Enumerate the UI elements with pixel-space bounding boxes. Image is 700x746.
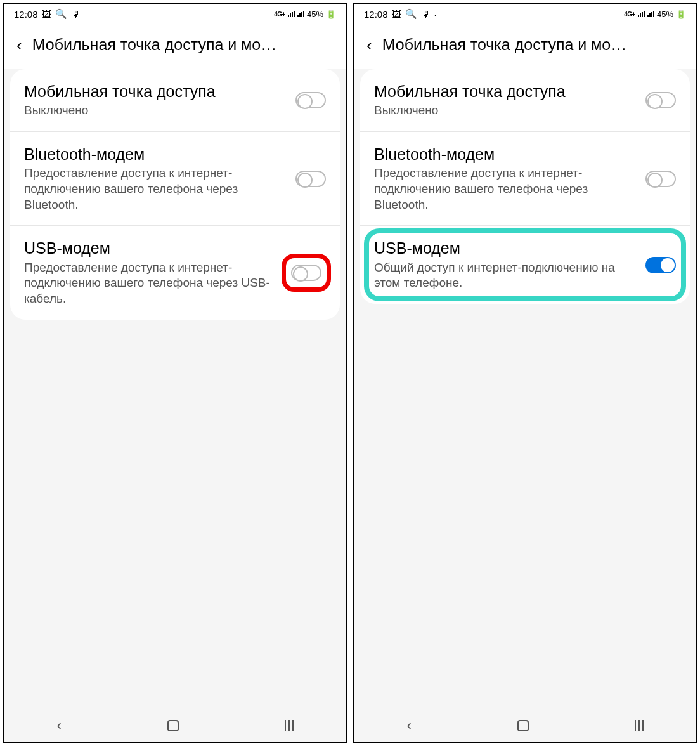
battery-percent: 45% — [307, 10, 323, 19]
status-time: 12:08 — [14, 9, 38, 20]
signal-bars-icon-2 — [297, 11, 304, 17]
hotspot-subtitle: Выключено — [374, 103, 637, 119]
bt-subtitle: Предоставление доступа к интернет-подклю… — [374, 166, 637, 213]
row-bluetooth-tethering[interactable]: Bluetooth-модем Предоставление доступа к… — [10, 132, 340, 226]
status-bar: 12:08 🖼 🔍 🎙 · 4G+ 45% 🔋 — [354, 4, 696, 24]
navigation-bar: ‹ — [354, 709, 696, 742]
nav-recents-icon[interactable] — [635, 720, 644, 731]
dot-icon: · — [434, 9, 437, 20]
red-highlight-annotation — [282, 254, 331, 292]
page-title: Мобильная точка доступа и мо… — [32, 36, 334, 54]
bt-toggle[interactable] — [295, 171, 326, 187]
nav-recents-icon[interactable] — [285, 720, 294, 731]
battery-icon: 🔋 — [676, 10, 686, 19]
search-icon: 🔍 — [55, 8, 67, 20]
hotspot-toggle[interactable] — [295, 92, 326, 108]
battery-percent: 45% — [657, 10, 673, 19]
signal-bars-icon — [638, 11, 645, 17]
hotspot-subtitle: Выключено — [24, 103, 287, 119]
nav-back-icon[interactable]: ‹ — [56, 717, 61, 734]
nav-home-icon[interactable] — [167, 720, 179, 731]
battery-icon: 🔋 — [326, 10, 336, 19]
mic-icon: 🎙 — [71, 9, 81, 20]
page-title: Мобильная точка доступа и мо… — [382, 36, 684, 54]
usb-title: USB-модем — [374, 239, 637, 258]
nav-back-icon[interactable]: ‹ — [406, 717, 411, 734]
hotspot-title: Мобильная точка доступа — [24, 82, 287, 101]
bt-subtitle: Предоставление доступа к интернет-подклю… — [24, 166, 287, 213]
bt-title: Bluetooth-модем — [374, 145, 637, 164]
status-time: 12:08 — [364, 9, 388, 20]
row-mobile-hotspot[interactable]: Мобильная точка доступа Выключено — [10, 69, 340, 132]
settings-list: Мобильная точка доступа Выключено Blueto… — [354, 69, 696, 709]
row-usb-tethering[interactable]: USB-модем Общий доступ к интернет-подклю… — [360, 226, 690, 304]
bt-toggle[interactable] — [645, 171, 676, 187]
page-header: ‹ Мобильная точка доступа и мо… — [4, 24, 346, 69]
mic-icon: 🎙 — [421, 9, 431, 20]
navigation-bar: ‹ — [4, 709, 346, 742]
phone-screenshot-left: 12:08 🖼 🔍 🎙 4G+ 45% 🔋 ‹ Мобильная точка … — [3, 3, 347, 743]
network-type-icon: 4G+ — [274, 11, 285, 18]
usb-title: USB-модем — [24, 239, 278, 258]
back-icon[interactable]: ‹ — [16, 37, 22, 53]
signal-bars-icon-2 — [647, 11, 654, 17]
hotspot-toggle[interactable] — [645, 92, 676, 108]
nav-home-icon[interactable] — [517, 720, 529, 731]
row-usb-tethering[interactable]: USB-модем Предоставление доступа к интер… — [10, 226, 340, 319]
page-header: ‹ Мобильная точка доступа и мо… — [354, 24, 696, 69]
hotspot-title: Мобильная точка доступа — [374, 82, 637, 101]
network-type-icon: 4G+ — [624, 11, 635, 18]
signal-bars-icon — [288, 11, 295, 17]
phone-screenshot-right: 12:08 🖼 🔍 🎙 · 4G+ 45% 🔋 ‹ Мобильная точк… — [353, 3, 697, 743]
search-icon: 🔍 — [405, 8, 417, 20]
usb-toggle[interactable] — [291, 265, 321, 281]
back-icon[interactable]: ‹ — [366, 37, 372, 53]
row-mobile-hotspot[interactable]: Мобильная точка доступа Выключено — [360, 69, 690, 132]
settings-list: Мобильная точка доступа Выключено Blueto… — [4, 69, 346, 709]
status-bar: 12:08 🖼 🔍 🎙 4G+ 45% 🔋 — [4, 4, 346, 24]
usb-subtitle: Общий доступ к интернет-подключению на э… — [374, 260, 637, 291]
usb-subtitle: Предоставление доступа к интернет-подклю… — [24, 260, 278, 307]
picture-icon: 🖼 — [42, 9, 51, 20]
picture-icon: 🖼 — [392, 9, 401, 20]
row-bluetooth-tethering[interactable]: Bluetooth-модем Предоставление доступа к… — [360, 132, 690, 226]
bt-title: Bluetooth-модем — [24, 145, 287, 164]
usb-toggle[interactable] — [645, 257, 676, 273]
